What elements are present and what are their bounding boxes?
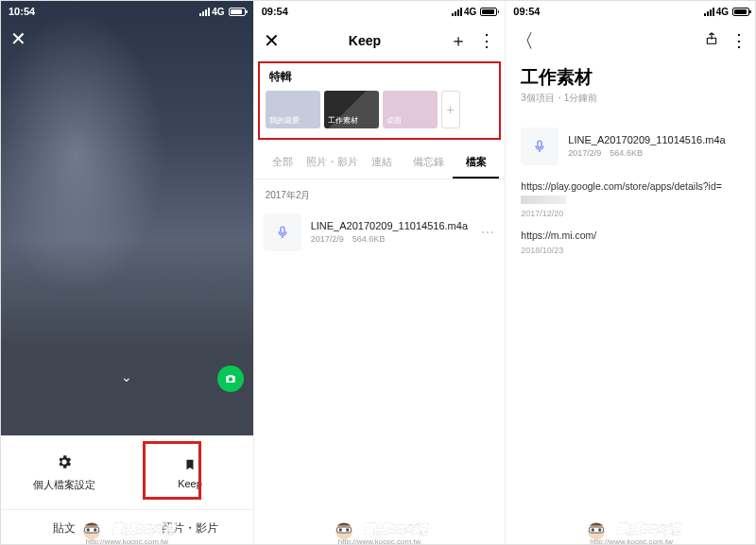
tab-memos[interactable]: 備忘錄 bbox=[405, 147, 453, 179]
svg-rect-10 bbox=[538, 141, 541, 147]
file-meta: 2017/2/9 564.6KB bbox=[311, 233, 472, 246]
tab-files[interactable]: 檔案 bbox=[453, 147, 500, 179]
tab-photos[interactable]: 照片・影片 bbox=[306, 147, 358, 179]
network-label: 4G bbox=[212, 7, 224, 17]
watermark: 電腦王阿達 http://www.kocpc.com.tw bbox=[582, 516, 680, 544]
collection-title: 工作素材 bbox=[506, 60, 756, 92]
watermark: 電腦王阿達 http://www.kocpc.com.tw bbox=[330, 516, 428, 544]
watermark: 電腦王阿達 http://www.kocpc.com.tw bbox=[77, 516, 176, 544]
link-url: https://m.mi.com/ bbox=[521, 230, 742, 243]
profile-settings-tab[interactable]: 個人檔案設定 bbox=[1, 435, 127, 509]
svg-point-7 bbox=[339, 528, 342, 531]
status-time: 10:54 bbox=[9, 6, 35, 17]
battery-icon bbox=[480, 8, 497, 16]
back-icon[interactable]: 〈 bbox=[515, 28, 534, 54]
status-bar: 09:54 4G bbox=[506, 1, 756, 22]
close-icon[interactable]: ✕ bbox=[264, 29, 280, 52]
audio-file-icon bbox=[264, 213, 301, 251]
svg-point-8 bbox=[347, 528, 350, 531]
signal-icon bbox=[452, 8, 462, 16]
status-bar: 09:54 4G bbox=[254, 1, 506, 22]
file-more-icon[interactable]: ⋯ bbox=[481, 225, 495, 240]
signal-icon bbox=[704, 8, 714, 16]
list-item[interactable]: https://play.google.com/store/apps/detai… bbox=[506, 175, 756, 224]
audio-file-icon bbox=[521, 128, 558, 165]
link-url: https://play.google.com/store/apps/detai… bbox=[521, 180, 742, 206]
file-name: LINE_A20170209_11014516.m4a bbox=[568, 134, 742, 145]
network-label: 4G bbox=[716, 7, 729, 17]
category-tabbar: 全部 照片・影片 連結 備忘錄 檔案 bbox=[254, 147, 506, 179]
svg-point-2 bbox=[87, 528, 90, 531]
page-title: Keep bbox=[349, 33, 381, 48]
file-row[interactable]: LINE_A20170209_11014516.m4a 2017/2/9 564… bbox=[254, 208, 506, 257]
add-button[interactable]: ＋ bbox=[450, 29, 467, 52]
collection-card[interactable]: 桌面 bbox=[383, 91, 438, 128]
svg-rect-4 bbox=[281, 227, 284, 233]
collection-card[interactable]: 我的最愛 bbox=[266, 91, 320, 128]
highlight-box bbox=[143, 441, 201, 500]
share-icon[interactable] bbox=[704, 31, 719, 51]
screen-keep: 09:54 4G ✕ Keep ＋ ⋮ 特輯 我的最愛 工作素材 桌面 + bbox=[253, 1, 506, 545]
battery-icon bbox=[732, 8, 749, 16]
list-item[interactable]: LINE_A20170209_11014516.m4a 2017/2/9 564… bbox=[521, 124, 742, 169]
profile-settings-label: 個人檔案設定 bbox=[33, 478, 95, 492]
network-label: 4G bbox=[464, 7, 476, 17]
camera-button[interactable] bbox=[217, 366, 244, 392]
collection-card[interactable]: 工作素材 bbox=[324, 91, 379, 128]
link-date: 2018/10/23 bbox=[521, 246, 742, 255]
list-item[interactable]: https://m.mi.com/ 2018/10/23 bbox=[506, 224, 756, 261]
battery-icon bbox=[229, 8, 246, 16]
add-collection-button[interactable]: + bbox=[441, 91, 460, 128]
gear-icon bbox=[56, 453, 73, 475]
svg-point-14 bbox=[598, 528, 601, 531]
collection-subtitle: 3個項目・1分鐘前 bbox=[506, 92, 756, 118]
collections-label: 特輯 bbox=[269, 69, 494, 85]
file-name: LINE_A20170209_11014516.m4a bbox=[311, 220, 472, 231]
screen-collection-detail: 09:54 4G 〈 ⋮ 工作素材 3個項目・1分鐘前 bbox=[505, 1, 756, 545]
signal-icon bbox=[199, 8, 210, 16]
keep-header: ✕ Keep ＋ ⋮ bbox=[254, 22, 506, 60]
chevron-down-icon[interactable]: ⌄ bbox=[121, 369, 132, 384]
date-section: 2017年2月 bbox=[254, 179, 506, 208]
tab-links[interactable]: 連結 bbox=[358, 147, 405, 179]
collections-highlight: 特輯 我的最愛 工作素材 桌面 + bbox=[258, 61, 502, 140]
camera-icon bbox=[224, 372, 237, 385]
redacted-text bbox=[521, 196, 566, 204]
status-bar: 10:54 4G bbox=[1, 1, 253, 22]
link-date: 2017/12/20 bbox=[521, 209, 742, 218]
status-time: 09:54 bbox=[513, 6, 540, 17]
tab-all[interactable]: 全部 bbox=[260, 147, 307, 179]
detail-header: 〈 ⋮ bbox=[506, 22, 756, 60]
close-icon[interactable]: ✕ bbox=[10, 27, 26, 50]
svg-point-3 bbox=[94, 528, 96, 531]
more-icon[interactable]: ⋮ bbox=[478, 30, 495, 51]
more-icon[interactable]: ⋮ bbox=[730, 30, 747, 51]
file-meta: 2017/2/9 564.6KB bbox=[568, 147, 742, 160]
svg-point-13 bbox=[592, 528, 594, 531]
status-time: 09:54 bbox=[262, 6, 288, 17]
screen-profile: 10:54 4G ✕ ⌄ 個人檔案設定 bbox=[1, 1, 253, 545]
